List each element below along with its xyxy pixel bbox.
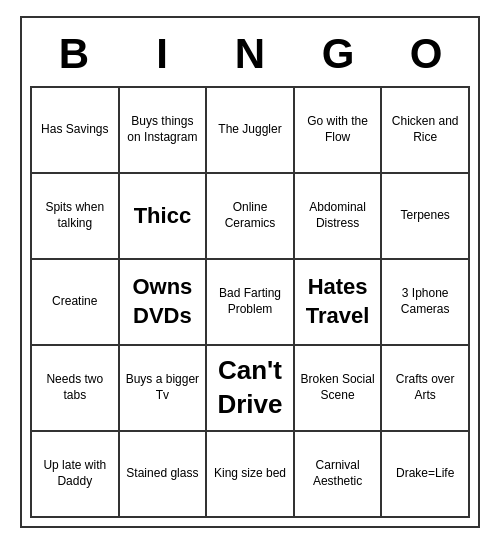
cell-text: Carnival Aesthetic [299,458,377,489]
cell-text: 3 Iphone Cameras [386,286,464,317]
cell-text: Buys a bigger Tv [124,372,202,403]
cell-text: Drake=Life [396,466,454,482]
bingo-cell[interactable]: 3 Iphone Cameras [382,260,470,346]
cell-text: Chicken and Rice [386,114,464,145]
cell-text: Needs two tabs [36,372,114,403]
letter-g: G [294,26,382,82]
bingo-card: B I N G O Has SavingsBuys things on Inst… [20,16,480,528]
bingo-cell[interactable]: Needs two tabs [32,346,120,432]
cell-text: Spits when talking [36,200,114,231]
cell-text: Buys things on Instagram [124,114,202,145]
letter-i: I [118,26,206,82]
cell-text: The Juggler [218,122,281,138]
cell-text: Crafts over Arts [386,372,464,403]
letter-o: O [382,26,470,82]
cell-text: Broken Social Scene [299,372,377,403]
bingo-cell[interactable]: Stained glass [120,432,208,518]
bingo-header: B I N G O [30,26,470,82]
letter-n: N [206,26,294,82]
bingo-cell[interactable]: Bad Farting Problem [207,260,295,346]
bingo-cell[interactable]: Buys a bigger Tv [120,346,208,432]
cell-text: Abdominal Distress [299,200,377,231]
bingo-cell[interactable]: Terpenes [382,174,470,260]
cell-text: Owns DVDs [124,273,202,330]
cell-text: Terpenes [401,208,450,224]
bingo-cell[interactable]: Buys things on Instagram [120,88,208,174]
bingo-cell[interactable]: Spits when talking [32,174,120,260]
bingo-cell[interactable]: Drake=Life [382,432,470,518]
bingo-cell[interactable]: Owns DVDs [120,260,208,346]
bingo-cell[interactable]: Carnival Aesthetic [295,432,383,518]
cell-text: Up late with Daddy [36,458,114,489]
bingo-cell[interactable]: Up late with Daddy [32,432,120,518]
cell-text: Has Savings [41,122,108,138]
bingo-cell[interactable]: Online Ceramics [207,174,295,260]
bingo-cell[interactable]: Has Savings [32,88,120,174]
bingo-cell[interactable]: Go with the Flow [295,88,383,174]
bingo-cell[interactable]: Creatine [32,260,120,346]
letter-b: B [30,26,118,82]
cell-text: Stained glass [126,466,198,482]
cell-text: Creatine [52,294,97,310]
bingo-cell[interactable]: Can't Drive [207,346,295,432]
bingo-grid: Has SavingsBuys things on InstagramThe J… [30,86,470,518]
bingo-cell[interactable]: Crafts over Arts [382,346,470,432]
bingo-cell[interactable]: Thicc [120,174,208,260]
cell-text: Bad Farting Problem [211,286,289,317]
cell-text: Thicc [134,202,191,231]
cell-text: King size bed [214,466,286,482]
bingo-cell[interactable]: King size bed [207,432,295,518]
cell-text: Hates Travel [299,273,377,330]
cell-text: Go with the Flow [299,114,377,145]
cell-text: Online Ceramics [211,200,289,231]
bingo-cell[interactable]: Hates Travel [295,260,383,346]
bingo-cell[interactable]: The Juggler [207,88,295,174]
bingo-cell[interactable]: Chicken and Rice [382,88,470,174]
bingo-cell[interactable]: Broken Social Scene [295,346,383,432]
cell-text: Can't Drive [211,354,289,422]
bingo-cell[interactable]: Abdominal Distress [295,174,383,260]
